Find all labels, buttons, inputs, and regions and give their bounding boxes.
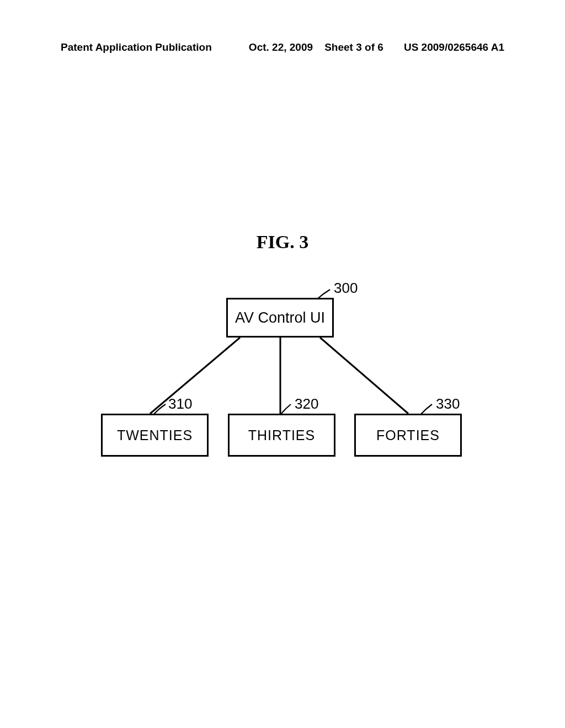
page-header: Patent Application Publication Oct. 22, … <box>0 41 565 53</box>
header-sheet: Sheet 3 of 6 <box>324 41 383 53</box>
child-node-twenties: TWENTIES <box>101 414 209 457</box>
ref-num-twenties: 310 <box>168 395 192 413</box>
header-date: Oct. 22, 2009 <box>249 41 313 53</box>
hierarchy-diagram: AV Control UI 300 TWENTIES 310 THIRTIES … <box>0 273 565 494</box>
ref-num-thirties: 320 <box>295 395 318 413</box>
document-number: US 2009/0265646 A1 <box>404 41 504 53</box>
ref-num-root: 300 <box>334 280 358 297</box>
ref-num-forties: 330 <box>436 395 460 413</box>
child-node-forties: FORTIES <box>354 414 462 457</box>
root-node-label: AV Control UI <box>235 309 325 326</box>
root-node: AV Control UI <box>226 298 334 338</box>
header-date-sheet: Oct. 22, 2009 Sheet 3 of 6 <box>212 41 404 53</box>
child-node-label: FORTIES <box>376 427 440 443</box>
child-node-label: THIRTIES <box>248 427 315 443</box>
child-node-thirties: THIRTIES <box>228 414 335 457</box>
child-node-label: TWENTIES <box>117 427 193 443</box>
svg-line-0 <box>150 338 240 414</box>
svg-line-2 <box>320 338 408 414</box>
publication-label: Patent Application Publication <box>61 41 212 53</box>
figure-title: FIG. 3 <box>0 232 565 253</box>
